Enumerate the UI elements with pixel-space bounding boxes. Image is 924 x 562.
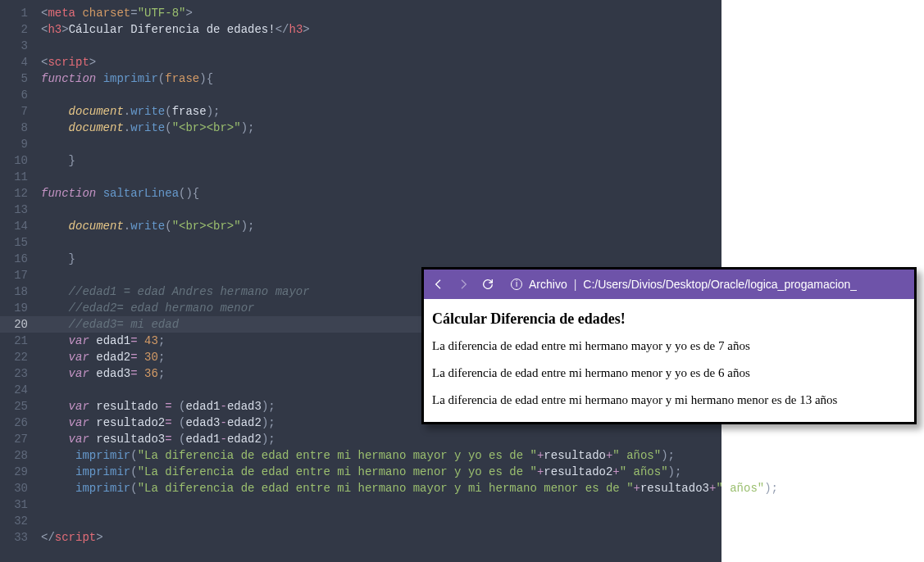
output-line: La diferencia de edad entre mi hermano m… [432,339,906,353]
line-number: 27 [0,431,28,447]
code-line[interactable] [41,169,778,185]
code-line[interactable]: document.write(frase); [41,103,778,120]
code-line[interactable]: imprimir("La diferencia de edad entre mi… [41,464,778,480]
code-line[interactable] [41,38,778,54]
code-line[interactable]: } [41,251,778,267]
line-number: 29 [0,464,28,480]
line-number: 28 [0,447,28,464]
line-number: 14 [0,218,28,234]
code-line[interactable]: imprimir("La diferencia de edad entre mi… [41,480,778,496]
line-number: 19 [0,300,28,316]
line-number: 25 [0,398,28,415]
line-number: 18 [0,283,28,300]
line-number: 8 [0,120,28,136]
line-number: 5 [0,70,28,87]
address-bar[interactable]: i Archivo | C:/Users/Divios/Desktop/Orac… [511,278,857,291]
forward-button[interactable] [457,278,470,291]
code-line[interactable] [41,513,778,529]
address-path: C:/Users/Divios/Desktop/Oracle/logica_pr… [583,278,857,291]
line-number: 33 [0,529,28,546]
line-number: 31 [0,496,28,513]
line-number: 6 [0,87,28,103]
line-number: 2 [0,21,28,38]
code-line[interactable]: function saltarLinea(){ [41,185,778,202]
line-number: 11 [0,169,28,185]
line-number: 13 [0,202,28,218]
info-icon: i [511,279,522,290]
line-number: 22 [0,349,28,365]
line-number: 32 [0,513,28,529]
line-number: 10 [0,152,28,169]
line-number: 16 [0,251,28,267]
code-line[interactable]: <script> [41,54,778,70]
browser-content: Cálcular Diferencia de edades! La difere… [424,299,914,422]
line-number-gutter: 1234567891011121314151617181920212223242… [0,0,36,562]
code-line[interactable] [41,202,778,218]
line-number: 26 [0,415,28,431]
code-line[interactable]: function imprimir(frase){ [41,70,778,87]
output-line: La diferencia de edad entre mi hermano m… [432,366,906,380]
reload-button[interactable] [481,278,494,291]
line-number: 12 [0,185,28,202]
code-line[interactable]: document.write("<br><br>"); [41,218,778,234]
line-number: 7 [0,103,28,120]
line-number: 17 [0,267,28,283]
code-line[interactable]: </script> [41,529,778,546]
line-number: 15 [0,234,28,251]
code-line[interactable]: <h3>Cálcular Diferencia de edades!</h3> [41,21,778,38]
line-number: 21 [0,333,28,349]
output-line: La diferencia de edad entre mi hermano m… [432,393,906,407]
code-line[interactable] [41,87,778,103]
line-number: 20 [0,316,36,333]
code-line[interactable]: <meta charset="UTF-8"> [41,5,778,21]
code-line[interactable]: imprimir("La diferencia de edad entre mi… [41,447,778,464]
browser-toolbar: i Archivo | C:/Users/Divios/Desktop/Orac… [424,270,914,299]
line-number: 4 [0,54,28,70]
code-line[interactable] [41,234,778,251]
back-button[interactable] [432,278,445,291]
page-heading: Cálcular Diferencia de edades! [432,310,906,328]
code-line[interactable] [41,496,778,513]
code-line[interactable]: } [41,152,778,169]
line-number: 9 [0,136,28,152]
line-number: 1 [0,5,28,21]
line-number: 3 [0,38,28,54]
browser-window: i Archivo | C:/Users/Divios/Desktop/Orac… [421,267,917,424]
line-number: 24 [0,382,28,398]
code-line[interactable] [41,136,778,152]
address-separator: | [574,278,577,291]
address-scheme-label: Archivo [529,278,567,291]
code-line[interactable]: var resultado3= (edad1-edad2); [41,431,778,447]
line-number: 23 [0,365,28,382]
line-number: 30 [0,480,28,496]
code-line[interactable]: document.write("<br><br>"); [41,120,778,136]
